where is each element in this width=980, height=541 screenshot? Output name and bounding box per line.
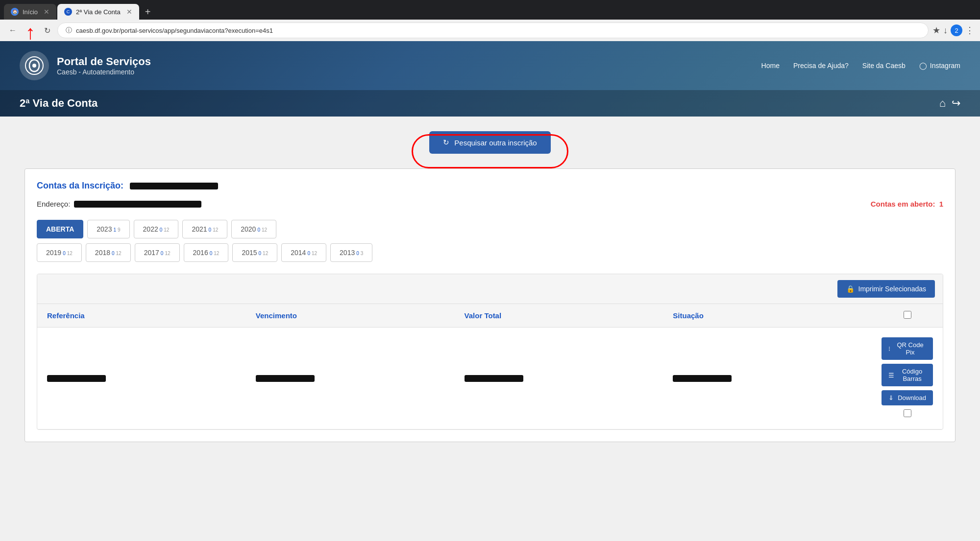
tab-inicio-close[interactable]: ✕: [44, 8, 49, 16]
col-actions: [872, 304, 943, 328]
contas-section: Contas da Inscrição: Endereço: Contas em…: [24, 168, 956, 442]
col-valor-total: Valor Total: [455, 304, 663, 328]
nav-ajuda[interactable]: Precisa de Ajuda?: [793, 62, 849, 70]
search-btn-label: Pesquisar outra inscrição: [454, 139, 537, 147]
download-button[interactable]: ⇓ Download: [882, 390, 933, 405]
portal-subtitle: Caesb - Autoatendimento: [57, 68, 151, 76]
svg-point-1: [32, 64, 36, 68]
contas-em-aberto-value: 1: [939, 200, 943, 208]
address-text: caesb.df.gov.br/portal-servicos/app/segu…: [76, 27, 273, 34]
cell-actions: ⁝ QR Code Pix ☰ Código Barras ⇓: [872, 328, 943, 429]
table-header-bar: 🔒 Imprimir Selecionadas: [37, 274, 943, 304]
tab-2018[interactable]: 2018012: [86, 243, 131, 262]
tab-inicio-label: Início: [23, 8, 38, 16]
download-icon: ⇓: [888, 394, 894, 401]
tab-2014[interactable]: 2014012: [281, 243, 326, 262]
tab-2021[interactable]: 2021012: [182, 220, 227, 238]
search-btn-container: ↻ Pesquisar outra inscrição: [24, 131, 956, 154]
codigo-barras-button[interactable]: ☰ Código Barras: [882, 364, 933, 386]
nav-instagram[interactable]: ◯ Instagram: [919, 62, 960, 70]
table-section: 🔒 Imprimir Selecionadas Referência Venci…: [37, 274, 943, 430]
endereco-redacted: [74, 201, 201, 208]
secure-icon: ⓘ: [66, 26, 72, 35]
profile-icon[interactable]: 2: [951, 24, 962, 36]
contas-info: Endereço: Contas em aberto: 1: [37, 200, 943, 208]
logout-title-icon[interactable]: ↪: [952, 97, 960, 110]
bookmark-icon[interactable]: ★: [932, 25, 940, 36]
nav-site[interactable]: Site da Caesb: [862, 62, 906, 70]
site-header: Portal de Serviços Caesb - Autoatendimen…: [0, 41, 980, 117]
portal-title: Portal de Serviços: [57, 55, 151, 68]
col-situacao: Situação: [663, 304, 872, 328]
qr-code-button[interactable]: ⁝ QR Code Pix: [882, 337, 933, 360]
new-tab-button[interactable]: +: [140, 4, 156, 20]
title-bar-icons: ⌂ ↪: [939, 97, 960, 110]
tab-segunda-via-close[interactable]: ✕: [126, 8, 132, 16]
segunda-via-favicon: C: [64, 8, 72, 16]
menu-icon[interactable]: ⋮: [965, 25, 974, 36]
cell-vencimento: [246, 328, 455, 429]
year-tabs-row-1: ABERTA 202319 2022012 2021012 2020012: [37, 220, 943, 238]
tab-2017[interactable]: 2017012: [135, 243, 180, 262]
tab-2019[interactable]: 2019012: [37, 243, 82, 262]
download-icon[interactable]: ↓: [943, 25, 948, 36]
logo-text: Portal de Serviços Caesb - Autoatendimen…: [57, 55, 151, 76]
cell-situacao: [663, 328, 872, 429]
qr-label: QR Code Pix: [894, 341, 926, 356]
tab-inicio[interactable]: 🏠 Início ✕: [4, 4, 56, 20]
search-inscricao-button[interactable]: ↻ Pesquisar outra inscrição: [429, 131, 550, 154]
download-label: Download: [898, 394, 926, 401]
forward-button[interactable]: →: [24, 24, 37, 37]
situacao-redacted: [673, 375, 732, 382]
imprimir-selecionadas-button[interactable]: 🔒 Imprimir Selecionadas: [837, 280, 935, 298]
inscricao-number-redacted: [130, 183, 218, 189]
valor-redacted: [465, 375, 523, 382]
tab-2013[interactable]: 201303: [330, 243, 372, 262]
instagram-icon: ◯: [919, 62, 927, 70]
nav-home[interactable]: Home: [761, 62, 780, 70]
address-bar[interactable]: ⓘ caesb.df.gov.br/portal-servicos/app/se…: [57, 23, 929, 38]
col-referencia: Referência: [37, 304, 246, 328]
caesb-logo-icon: [20, 51, 49, 80]
lock-icon: 🔒: [846, 285, 855, 293]
row-actions: ⁝ QR Code Pix ☰ Código Barras ⇓: [882, 337, 933, 405]
page-title: 2ª Via de Conta: [20, 97, 98, 110]
barcode-icon: ☰: [888, 372, 894, 379]
table-row: ⁝ QR Code Pix ☰ Código Barras ⇓: [37, 328, 943, 429]
tab-2016[interactable]: 2016012: [184, 243, 229, 262]
referencia-redacted: [47, 375, 106, 382]
col-vencimento: Vencimento: [246, 304, 455, 328]
qr-icon: ⁝: [888, 345, 890, 353]
select-all-checkbox[interactable]: [904, 311, 911, 319]
tab-2015[interactable]: 2015012: [232, 243, 277, 262]
cell-valor-total: [455, 328, 663, 429]
tab-segunda-via-label: 2ª Via de Conta: [76, 8, 121, 16]
vencimento-redacted: [256, 375, 315, 382]
tab-2022[interactable]: 2022012: [134, 220, 179, 238]
contas-title: Contas da Inscrição:: [37, 181, 943, 191]
imprimir-label: Imprimir Selecionadas: [858, 285, 927, 293]
row-checkbox[interactable]: [904, 409, 911, 417]
main-content: ↻ Pesquisar outra inscrição Contas da In…: [0, 117, 980, 457]
tab-2023[interactable]: 202319: [87, 220, 129, 238]
data-table: Referência Vencimento Valor Total Situaç…: [37, 304, 943, 429]
tab-aberta[interactable]: ABERTA: [37, 220, 83, 238]
contas-em-aberto: Contas em aberto: 1: [871, 200, 943, 208]
reload-button[interactable]: ↻: [41, 24, 53, 37]
page-title-bar: 2ª Via de Conta ⌂ ↪: [0, 90, 980, 117]
endereco-field: Endereço:: [37, 200, 201, 208]
cell-referencia: [37, 328, 246, 429]
table-header-row: Referência Vencimento Valor Total Situaç…: [37, 304, 943, 328]
back-button[interactable]: ←: [6, 24, 20, 37]
year-tabs-row-2: 2019012 2018012 2017012 2016012 2015012 …: [37, 243, 943, 262]
search-icon: ↻: [443, 138, 449, 147]
header-logo: Portal de Serviços Caesb - Autoatendimen…: [20, 51, 151, 80]
header-nav: Home Precisa de Ajuda? Site da Caesb ◯ I…: [761, 62, 960, 70]
home-title-icon[interactable]: ⌂: [939, 97, 946, 110]
tab-segunda-via[interactable]: C 2ª Via de Conta ✕: [57, 4, 139, 20]
inicio-favicon: 🏠: [11, 8, 19, 16]
tab-2020[interactable]: 2020012: [231, 220, 276, 238]
barcode-label: Código Barras: [898, 368, 926, 382]
